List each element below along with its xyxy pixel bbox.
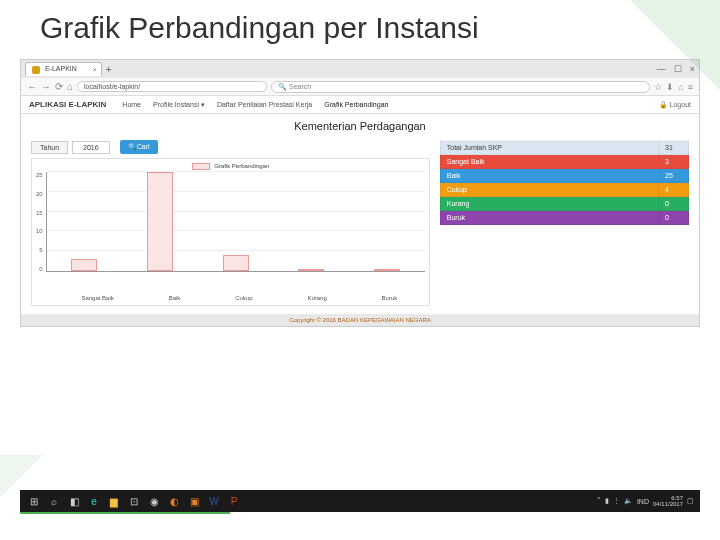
x-tick: Cukup xyxy=(235,295,252,301)
store-icon[interactable]: ⊡ xyxy=(126,493,142,509)
favicon-icon xyxy=(32,66,40,74)
stat-label: Kurang xyxy=(440,197,658,211)
taskview-icon[interactable]: ◧ xyxy=(66,493,82,509)
close-tab-icon[interactable]: × xyxy=(92,65,97,74)
app-brand: APLIKASI E-LAPKIN xyxy=(29,100,106,109)
x-tick: Buruk xyxy=(382,295,398,301)
chart-grid xyxy=(46,172,425,272)
x-tick: Sangat Baik xyxy=(81,295,113,301)
stat-row-sangat-baik: Sangat Baik3 xyxy=(440,155,688,169)
stat-label: Sangat Baik xyxy=(440,155,658,169)
start-icon[interactable]: ⊞ xyxy=(26,493,42,509)
stat-value: 0 xyxy=(659,197,689,211)
nav-daftar[interactable]: Daftar Penilaian Prestasi Kerja xyxy=(217,101,312,108)
stat-row-cukup: Cukup4 xyxy=(440,183,688,197)
url-input[interactable]: localhost/e-lapkin/ xyxy=(77,81,267,92)
bar-buruk xyxy=(374,269,400,271)
logout-link[interactable]: Logout xyxy=(659,101,691,109)
browser-tab-strip: E-LAPKIN × + — ☐ × xyxy=(21,60,699,78)
stat-label: Cukup xyxy=(440,183,658,197)
stat-value: 25 xyxy=(659,169,689,183)
stats-table: Total Jumlah SKP31Sangat Baik3Baik25Cuku… xyxy=(440,140,689,225)
year-select[interactable]: 2016 xyxy=(72,141,110,154)
page-title: Kementerian Perdagangan xyxy=(21,114,699,136)
nav-home[interactable]: Home xyxy=(122,101,141,108)
word-icon[interactable]: W xyxy=(206,493,222,509)
legend-label: Grafik Perbandingan xyxy=(214,163,269,169)
x-tick: Baik xyxy=(169,295,181,301)
home-icon[interactable]: ⌂ xyxy=(67,81,73,92)
y-tick: 25 xyxy=(36,172,43,178)
clock-date: 04/11/2017 xyxy=(653,501,683,507)
search-btn-label: Cari xyxy=(137,143,150,150)
browser-tab[interactable]: E-LAPKIN × xyxy=(25,62,102,75)
stat-value: 4 xyxy=(659,183,689,197)
back-icon[interactable]: ← xyxy=(27,81,37,92)
tray-lang[interactable]: IND xyxy=(637,498,649,505)
slide-title: Grafik Perbandingan per Instansi xyxy=(0,0,720,51)
chart-legend: Grafik Perbandingan xyxy=(36,163,425,170)
stat-value: 0 xyxy=(659,211,689,225)
xampp-icon[interactable]: ▣ xyxy=(186,493,202,509)
bar-sangat-baik xyxy=(71,259,97,271)
stat-row-total-jumlah-skp: Total Jumlah SKP31 xyxy=(440,141,688,155)
nav-profile[interactable]: Profile Instansi ▾ xyxy=(153,101,205,109)
app-navbar: APLIKASI E-LAPKIN Home Profile Instansi … xyxy=(21,96,699,114)
stat-label: Total Jumlah SKP xyxy=(440,141,658,155)
footer-copyright: Copyright © 2016 BADAN KEPEGAWAIAN NEGAR… xyxy=(21,314,699,326)
bar-baik xyxy=(147,172,173,271)
search-input[interactable]: 🔍 Search xyxy=(271,81,650,93)
search-button[interactable]: 🔍Cari xyxy=(120,140,158,154)
bar-cukup xyxy=(223,255,249,271)
search-btn-icon: 🔍 xyxy=(128,143,137,150)
legend-swatch-icon xyxy=(192,163,210,170)
chart-y-axis: 2520151050 xyxy=(36,172,46,272)
explorer-icon[interactable]: ▆ xyxy=(106,493,122,509)
firefox-icon[interactable]: ◐ xyxy=(166,493,182,509)
stat-row-kurang: Kurang0 xyxy=(440,197,688,211)
y-tick: 5 xyxy=(36,247,43,253)
filter-label: Tahun xyxy=(31,141,68,154)
x-tick: Kurang xyxy=(307,295,326,301)
edge-icon[interactable]: e xyxy=(86,493,102,509)
stat-row-baik: Baik25 xyxy=(440,169,688,183)
tray-chevron-icon[interactable]: ˄ xyxy=(597,497,601,505)
forward-icon[interactable]: → xyxy=(41,81,51,92)
tray-volume-icon[interactable]: 🔈 xyxy=(624,497,633,505)
stat-label: Buruk xyxy=(440,211,658,225)
stat-value: 31 xyxy=(659,141,689,155)
search-placeholder: Search xyxy=(289,83,311,90)
search-icon: 🔍 xyxy=(278,83,287,90)
stat-row-buruk: Buruk0 xyxy=(440,211,688,225)
bar-kurang xyxy=(298,269,324,271)
tab-title: E-LAPKIN xyxy=(45,65,77,72)
chrome-icon[interactable]: ◉ xyxy=(146,493,162,509)
new-tab-button[interactable]: + xyxy=(106,64,112,75)
browser-toolbar: ← → ⟳ ⌂ localhost/e-lapkin/ 🔍 Search ☆ ⬇… xyxy=(21,78,699,96)
system-tray: ˄ ▮ ⋮ 🔈 IND 6:57 04/11/2017 ▢ xyxy=(597,495,694,507)
search-task-icon[interactable]: ⌕ xyxy=(46,493,62,509)
chart-bars xyxy=(47,172,425,271)
filter-row: Tahun 2016 🔍Cari xyxy=(31,140,430,154)
y-tick: 0 xyxy=(36,266,43,272)
nav-grafik[interactable]: Grafik Perbandingan xyxy=(324,101,388,108)
ppt-icon[interactable]: P xyxy=(226,493,242,509)
tray-battery-icon[interactable]: ▮ xyxy=(605,497,609,505)
y-tick: 15 xyxy=(36,210,43,216)
y-tick: 20 xyxy=(36,191,43,197)
chart-container: Grafik Perbandingan 2520151050 Sangat Ba… xyxy=(31,158,430,306)
browser-window: E-LAPKIN × + — ☐ × ← → ⟳ ⌂ localhost/e-l… xyxy=(20,59,700,327)
stat-label: Baik xyxy=(440,169,658,183)
taskbar-clock[interactable]: 6:57 04/11/2017 xyxy=(653,495,683,507)
y-tick: 10 xyxy=(36,228,43,234)
notification-icon[interactable]: ▢ xyxy=(687,497,694,505)
stat-value: 3 xyxy=(659,155,689,169)
tray-wifi-icon[interactable]: ⋮ xyxy=(613,497,620,505)
reload-icon[interactable]: ⟳ xyxy=(55,81,63,92)
chart-x-axis: Sangat BaikBaikCukupKurangBuruk xyxy=(54,295,425,301)
windows-taskbar: ⊞ ⌕ ◧ e ▆ ⊡ ◉ ◐ ▣ W P ˄ ▮ ⋮ 🔈 IND 6:57 0… xyxy=(20,490,700,512)
